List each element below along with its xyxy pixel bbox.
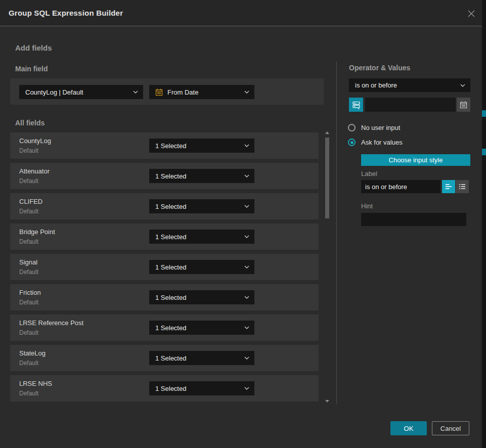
field-values-select-value: 1 Selected	[155, 142, 244, 150]
panel-divider	[336, 62, 337, 405]
list-scrollbar[interactable]	[325, 129, 330, 406]
field-subtitle: Default	[19, 177, 38, 185]
radio-ask-for-values[interactable]: Ask for values	[348, 139, 403, 146]
field-row: Friction Default 1 Selected	[10, 284, 319, 310]
field-values-select[interactable]: 1 Selected	[149, 381, 254, 395]
chevron-down-icon	[244, 387, 249, 390]
close-icon[interactable]	[466, 8, 477, 19]
unique-values-button[interactable]	[349, 98, 363, 112]
calendar-icon	[155, 88, 163, 96]
field-values-select-value: 1 Selected	[155, 263, 244, 271]
chevron-down-icon	[244, 205, 249, 208]
all-fields-label: All fields	[15, 119, 45, 127]
field-values-select[interactable]: 1 Selected	[149, 260, 254, 274]
field-name: LRSE Reference Post	[19, 319, 83, 327]
field-values-select-value: 1 Selected	[155, 294, 244, 301]
align-left-icon	[445, 183, 453, 191]
operator-select[interactable]: is on or before	[349, 78, 470, 92]
text-input-style-button[interactable]	[442, 180, 455, 193]
field-values-select-value: 1 Selected	[155, 203, 244, 210]
field-row: CLIFED Default 1 Selected	[10, 193, 319, 219]
field-name: Attenuator	[19, 167, 50, 175]
date-value-input[interactable]	[365, 98, 456, 112]
layer-select-value: CountyLog | Default	[25, 88, 133, 96]
radio-label: No user input	[361, 124, 400, 131]
hint-input[interactable]	[361, 213, 466, 226]
field-subtitle: Default	[19, 208, 38, 215]
field-name: LRSE NHS	[19, 380, 52, 387]
field-row: Signal Default 1 Selected	[10, 254, 319, 280]
field-row: CountyLog Default 1 Selected	[10, 132, 319, 159]
field-values-select-value: 1 Selected	[155, 385, 244, 392]
chevron-down-icon	[244, 356, 249, 360]
label-input[interactable]	[361, 180, 440, 193]
scrollbar-thumb[interactable]	[325, 138, 329, 218]
field-values-select[interactable]: 1 Selected	[149, 290, 254, 304]
field-name: CLIFED	[19, 198, 42, 205]
chevron-down-icon	[244, 235, 249, 238]
add-fields-heading: Add fields	[15, 43, 52, 52]
chevron-down-icon	[244, 144, 249, 147]
field-values-select-value: 1 Selected	[155, 233, 244, 241]
field-subtitle: Default	[19, 268, 38, 276]
field-values-select-value: 1 Selected	[155, 324, 244, 332]
scroll-down-icon[interactable]	[325, 400, 329, 402]
field-subtitle: Default	[19, 329, 38, 336]
radio-label: Ask for values	[361, 139, 403, 146]
date-picker-button[interactable]	[457, 98, 470, 112]
radio-no-user-input[interactable]: No user input	[348, 124, 400, 131]
field-name: Bridge Point	[19, 228, 55, 236]
scroll-up-icon[interactable]	[325, 131, 329, 134]
ok-button[interactable]: OK	[390, 421, 427, 435]
field-name: CountyLog	[19, 137, 51, 145]
background-app-strip	[482, 0, 486, 448]
chevron-down-icon	[244, 174, 249, 177]
operator-select-value: is on or before	[355, 81, 460, 89]
field-name: StateLog	[19, 349, 46, 357]
hint-caption: Hint	[361, 202, 373, 210]
field-values-select[interactable]: 1 Selected	[149, 230, 254, 244]
radio-circle-icon	[348, 139, 356, 146]
choose-input-style-button[interactable]: Choose input style	[361, 154, 470, 166]
list-input-style-button[interactable]	[456, 180, 469, 193]
chevron-down-icon	[244, 91, 249, 94]
main-field-select-value: From Date	[167, 88, 244, 96]
main-field-label: Main field	[15, 65, 48, 73]
chevron-down-icon	[244, 296, 249, 299]
main-field-select[interactable]: From Date	[149, 85, 254, 99]
chevron-down-icon	[244, 326, 249, 329]
field-values-select[interactable]: 1 Selected	[149, 199, 254, 213]
field-row: Bridge Point Default 1 Selected	[10, 223, 319, 250]
unique-values-icon	[352, 101, 361, 109]
field-values-select-value: 1 Selected	[155, 172, 244, 180]
field-values-select[interactable]: 1 Selected	[149, 321, 254, 335]
chevron-down-icon	[133, 91, 138, 94]
dialog-title: Group SQL Expression Builder	[9, 0, 123, 26]
field-values-select-value: 1 Selected	[155, 354, 244, 362]
field-row: Attenuator Default 1 Selected	[10, 163, 319, 189]
field-subtitle: Default	[19, 147, 38, 154]
field-row: LRSE NHS Default 1 Selected	[10, 375, 319, 401]
field-name: Signal	[19, 258, 37, 266]
group-sql-expression-builder-dialog: Group SQL Expression Builder Add fields …	[0, 0, 482, 448]
field-row: StateLog Default 1 Selected	[10, 345, 319, 371]
field-subtitle: Default	[19, 360, 38, 367]
field-values-select[interactable]: 1 Selected	[149, 139, 254, 153]
calendar-icon	[460, 101, 467, 109]
operator-values-heading: Operator & Values	[349, 64, 410, 72]
field-values-select[interactable]: 1 Selected	[149, 351, 254, 365]
radio-circle-icon	[348, 124, 356, 131]
field-name: Friction	[19, 289, 41, 296]
chevron-down-icon	[244, 265, 249, 268]
field-subtitle: Default	[19, 238, 38, 245]
label-caption: Label	[361, 170, 377, 177]
cancel-button[interactable]: Cancel	[432, 421, 469, 435]
field-subtitle: Default	[19, 299, 38, 306]
field-values-select[interactable]: 1 Selected	[149, 169, 254, 183]
dialog-titlebar: Group SQL Expression Builder	[0, 0, 482, 26]
chevron-down-icon	[460, 84, 465, 87]
layer-select[interactable]: CountyLog | Default	[19, 85, 143, 99]
field-subtitle: Default	[19, 390, 38, 397]
background-accent-fragment	[482, 110, 486, 117]
bullet-list-icon	[458, 183, 466, 191]
